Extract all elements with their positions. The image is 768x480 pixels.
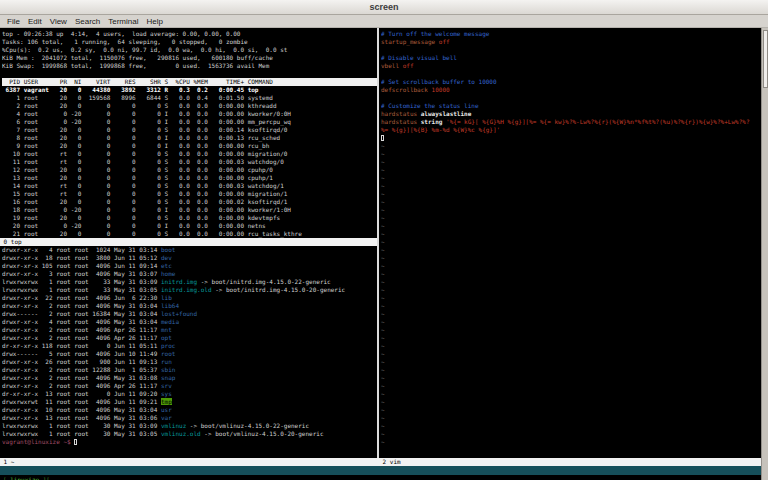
term-line: ~ xyxy=(381,374,761,382)
term-line: ~ xyxy=(381,302,761,310)
term-line: ~ xyxy=(381,142,761,150)
term-line: 21 root 20 0 0 0 0 S 0.0 0.0 0:00.00 rcu… xyxy=(2,230,377,238)
term-line: ~ xyxy=(381,334,761,342)
term-line: 10 root rt 0 0 0 0 S 0.0 0.0 0:00.00 mig… xyxy=(2,150,377,158)
term-line: ~ xyxy=(381,230,761,238)
term-line: ~ xyxy=(381,182,761,190)
term-line: lrwxrwxrwx 1 root root 33 May 31 03:05 i… xyxy=(2,286,377,294)
screen-status-bar: [ linuxize ][ 0$ top 1$ ~ (2*$vim) ][ 06… xyxy=(0,466,761,475)
term-line: ~ xyxy=(381,166,761,174)
term-line: ~ xyxy=(381,366,761,374)
term-line: lrwxrwxrwx 1 root root 30 May 31 03:05 v… xyxy=(2,430,377,438)
term-line: 8 root 20 0 0 0 0 I 0.0 0.0 0:00.13 rcu_… xyxy=(2,134,377,142)
term-line: drwx------ 5 root root 4096 Jun 10 11:49… xyxy=(2,350,377,358)
term-line: Tasks: 106 total, 1 running, 64 sleeping… xyxy=(2,38,377,46)
term-line: top - 09:26:38 up 4:14, 4 users, load av… xyxy=(2,30,377,38)
status-host-segment: [ linuxize ][ xyxy=(3,475,50,480)
scrollbar-thumb[interactable] xyxy=(763,30,768,88)
term-line: drwxr-xr-x 13 root root 4096 May 31 03:0… xyxy=(2,414,377,422)
term-line: ~ xyxy=(381,294,761,302)
menu-item-file[interactable]: File xyxy=(3,15,24,28)
term-line: 11 root rt 0 0 0 0 S 0.0 0.0 0:00.03 wat… xyxy=(2,158,377,166)
term-line: 13 root 20 0 0 0 0 S 0.0 0.0 0:00.00 cpu… xyxy=(2,174,377,182)
pane-vim[interactable]: # Turn off the welcome messagestartup_me… xyxy=(381,30,761,456)
term-line: dr-xr-xr-x 13 root root 0 Jun 11 09:20 s… xyxy=(2,390,377,398)
term-line xyxy=(381,46,761,54)
title-bar: screen xyxy=(0,0,768,15)
term-line: ~ xyxy=(381,318,761,326)
term-line: # Turn off the welcome message xyxy=(381,30,761,38)
term-line: drwxr-xr-x 26 root root 900 Jun 11 09:13… xyxy=(2,358,377,366)
term-line xyxy=(381,70,761,78)
term-line: ~ xyxy=(381,422,761,430)
top-summary: top - 09:26:38 up 4:14, 4 users, load av… xyxy=(2,30,377,70)
menu-item-help[interactable]: Help xyxy=(142,15,166,28)
menu-item-view[interactable]: View xyxy=(46,15,71,28)
term-line: ~ xyxy=(381,286,761,294)
terminal-area[interactable]: top - 09:26:38 up 4:14, 4 users, load av… xyxy=(0,28,768,480)
term-line: drwxr-xr-x 2 root root 4096 Apr 26 11:17… xyxy=(2,326,377,334)
term-line xyxy=(381,134,761,142)
menu-item-terminal[interactable]: Terminal xyxy=(104,15,142,28)
term-line: ~ xyxy=(381,198,761,206)
term-line: drwxr-xr-x 105 root root 4096 Jun 11 09:… xyxy=(2,262,377,270)
term-line: ~ xyxy=(381,390,761,398)
term-line: ~ xyxy=(381,246,761,254)
term-line: 7 root 20 0 0 0 0 S 0.0 0.0 0:00.14 ksof… xyxy=(2,126,377,134)
term-line: 2 root 20 0 0 0 0 S 0.0 0.0 0:00.00 kthr… xyxy=(2,102,377,110)
term-line: 20 root 0 -20 0 0 0 I 0.0 0.0 0:00.00 ne… xyxy=(2,222,377,230)
term-line: KiB Swap: 1999868 total, 1999868 free, 0… xyxy=(2,62,377,70)
term-line: drwxr-xr-x 2 root root 4096 Apr 26 11:17… xyxy=(2,382,377,390)
term-line: drwxr-xr-x 2 root root 12288 Jun 1 05:37… xyxy=(2,366,377,374)
menu-item-search[interactable]: Search xyxy=(71,15,104,28)
term-line: defscrollback 10000 xyxy=(381,86,761,94)
term-line: drwxr-xr-x 10 root root 4096 May 31 03:0… xyxy=(2,406,377,414)
term-line: drwxr-xr-x 2 root root 4096 Apr 26 11:17… xyxy=(2,334,377,342)
screen-caption-window2: 2 vim xyxy=(379,458,761,466)
term-line: ~ xyxy=(381,326,761,334)
pane-shell[interactable]: drwxr-xr-x 4 root root 1024 May 31 03:14… xyxy=(2,246,377,456)
term-line: ~ xyxy=(381,430,761,438)
term-line: ~ xyxy=(381,350,761,358)
term-line: 6 root 0 -20 0 0 0 I 0.0 0.0 0:00.00 mm_… xyxy=(2,118,377,126)
term-line: ~ xyxy=(381,270,761,278)
term-line: startup_message off xyxy=(381,38,761,46)
term-line: dr-xr-xr-x 118 root root 0 Jun 11 05:11 … xyxy=(2,342,377,350)
ls-output: drwxr-xr-x 4 root root 1024 May 31 03:14… xyxy=(2,246,377,446)
term-line: ~ xyxy=(381,158,761,166)
term-line: lrwxrwxrwx 1 root root 33 May 31 03:09 i… xyxy=(2,278,377,286)
term-line: # Set scrollback buffer to 10000 xyxy=(381,78,761,86)
term-line: drwxr-xr-x 4 root root 1024 May 31 03:14… xyxy=(2,246,377,254)
term-line: ~ xyxy=(381,406,761,414)
term-line: 18 root 0 -20 0 0 0 I 0.0 0.0 0:00.00 kw… xyxy=(2,206,377,214)
term-line: %Cpu(s): 0.2 us, 0.2 sy, 0.0 ni, 99.7 id… xyxy=(2,46,377,54)
term-line: hardstatus string '%{= kG}[ %{G}%H %{g}]… xyxy=(381,118,761,126)
term-line: ~ xyxy=(381,174,761,182)
term-line: drwxr-xr-x 3 root root 4096 May 31 03:07… xyxy=(2,270,377,278)
scrollbar[interactable] xyxy=(761,28,768,480)
top-table-header: PID USER PR NI VIRT RES SHR S %CPU %MEM … xyxy=(2,78,377,86)
term-line: drwxr-xr-x 2 root root 4096 May 31 03:08… xyxy=(2,374,377,382)
term-line: 19 root 20 0 0 0 0 S 0.0 0.0 0:00.00 kde… xyxy=(2,214,377,222)
term-line: 9 root 20 0 0 0 0 I 0.0 0.0 0:00.00 rcu_… xyxy=(2,142,377,150)
term-line: 15 root rt 0 0 0 0 S 0.0 0.0 0:00.00 mig… xyxy=(2,190,377,198)
term-line: ~ xyxy=(381,358,761,366)
pane-top-command[interactable]: top - 09:26:38 up 4:14, 4 users, load av… xyxy=(2,30,377,238)
screen-caption-window0: 0 top xyxy=(0,238,379,246)
menu-item-edit[interactable]: Edit xyxy=(24,15,46,28)
top-process-table: 6387 vagrant 20 0 44380 3892 3312 R 0.3 … xyxy=(2,86,377,238)
term-line: ~ xyxy=(381,414,761,422)
term-line: drwx------ 2 root root 16384 May 31 03:0… xyxy=(2,310,377,318)
window-title: screen xyxy=(369,2,398,12)
term-line: ~ xyxy=(381,238,761,246)
term-line: vbell off xyxy=(381,62,761,70)
term-line: 1 root 20 0 159568 8996 6844 S 0.0 0.4 0… xyxy=(2,94,377,102)
vim-ruler: 13,0-1All xyxy=(679,448,755,456)
vim-buffer: # Turn off the welcome messagestartup_me… xyxy=(381,30,761,142)
term-line: ~ xyxy=(381,214,761,222)
term-line: lrwxrwxrwx 1 root root 30 May 31 03:09 v… xyxy=(2,422,377,430)
vim-empty-lines: ~~~~~~~~~~~~~~~~~~~~~~~~~~~~~~~~~~~~~~ xyxy=(381,142,761,446)
term-line: ~ xyxy=(381,262,761,270)
term-line: KiB Mem : 2041072 total, 1150076 free, 2… xyxy=(2,54,377,62)
split-divider xyxy=(377,28,379,458)
